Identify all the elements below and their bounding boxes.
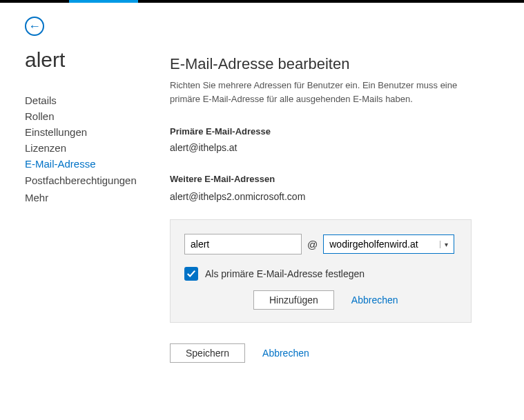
back-button[interactable]: ← (25, 17, 44, 36)
nav-item-details[interactable]: Details (25, 92, 170, 108)
arrow-left-icon: ← (28, 20, 41, 32)
nav-item-rollen[interactable]: Rollen (25, 108, 170, 124)
chevron-down-icon: ▾ (440, 241, 448, 248)
nav-item-email-adresse[interactable]: E-Mail-Adresse (25, 156, 170, 172)
other-emails-label: Weitere E-Mail-Adressen (170, 174, 472, 184)
email-localpart-input[interactable] (184, 234, 302, 254)
section-description: Richten Sie mehrere Adressen für Benutze… (170, 79, 472, 106)
domain-select-value: wodirgeholfenwird.at (329, 239, 418, 250)
section-heading: E-Mail-Adresse bearbeiten (170, 55, 472, 73)
set-primary-label: Als primäre E-Mail-Adresse festlegen (205, 268, 365, 279)
page-title: alert (25, 48, 170, 72)
top-bar-accent (69, 0, 138, 3)
cancel-add-link[interactable]: Abbrechen (351, 294, 398, 306)
nav-item-lizenzen[interactable]: Lizenzen (25, 140, 170, 156)
at-symbol: @ (307, 239, 318, 250)
nav-item-einstellungen[interactable]: Einstellungen (25, 124, 170, 140)
primary-email-value: alert@ithelps.at (170, 142, 472, 153)
primary-email-label: Primäre E-Mail-Adresse (170, 126, 472, 137)
check-icon (186, 269, 196, 279)
save-button[interactable]: Speichern (170, 343, 245, 363)
set-primary-checkbox[interactable] (184, 267, 198, 281)
add-button[interactable]: Hinzufügen (253, 290, 334, 310)
other-email-item: alert@ithelps2.onmicrosoft.com (170, 191, 472, 202)
cancel-link[interactable]: Abbrechen (262, 348, 309, 359)
email-domain-select[interactable]: wodirgeholfenwird.at ▾ (323, 234, 454, 254)
add-email-panel: @ wodirgeholfenwird.at ▾ Als primäre E-M… (170, 219, 472, 323)
nav-item-mehr[interactable]: Mehr (25, 190, 170, 206)
nav-item-postfachberechtigungen[interactable]: Postfachberechtigungen (25, 172, 170, 190)
side-nav: Details Rollen Einstellungen Lizenzen E-… (25, 92, 170, 206)
